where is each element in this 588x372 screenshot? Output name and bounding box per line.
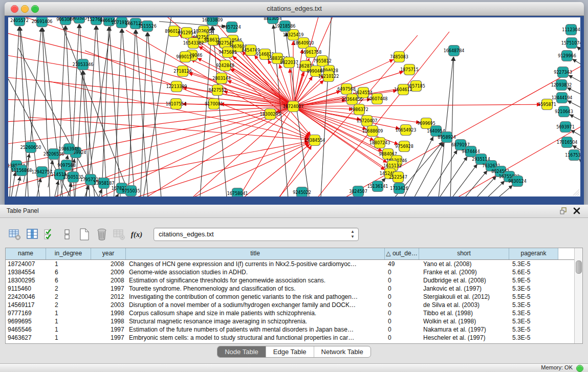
table-row[interactable]: 977716911998Corpus callosum shape and si… [6,309,582,317]
graph-edge[interactable] [461,170,487,196]
table-cell[interactable]: Embryonic stem cells: a model to study s… [126,334,385,342]
table-row[interactable]: 946362711997Embryonic stem cells: a mode… [6,334,582,342]
graph-node[interactable]: 15751074 [561,38,580,49]
graph-edge[interactable] [70,24,79,196]
graph-node[interactable]: 1112304 [562,25,580,35]
graph-node[interactable]: 9170081 [205,99,223,110]
column-header-in_degree[interactable]: in_degree [46,248,91,259]
graph-edge[interactable] [411,143,444,196]
graph-edge[interactable] [128,30,135,196]
table-cell[interactable]: Changes of HCN gene expression and I(f) … [126,260,385,268]
table-cell[interactable]: 1998 [91,317,126,325]
graph-node[interactable]: 15720407 [357,116,378,126]
graph-edge[interactable] [80,24,90,196]
table-cell[interactable]: 6 [46,276,91,285]
graph-edge[interactable] [320,17,332,196]
column-header-title[interactable]: title [126,248,385,259]
table-cell[interactable]: 5.3E-5 [509,317,558,325]
table-row[interactable]: 2242004622012Investigating the contribut… [6,293,582,301]
graph-edge[interactable] [492,185,513,196]
table-cell[interactable]: 19384554 [6,268,46,276]
float-panel-icon[interactable] [559,207,568,215]
table-cell[interactable]: 2003 [91,301,126,309]
table-cell[interactable]: Stergiakouli et al. (2012) [419,293,509,301]
graph-edge[interactable] [148,32,162,196]
graph-edge[interactable] [15,177,20,196]
table-cell[interactable]: 0 [385,317,419,325]
graph-edge[interactable] [182,106,293,196]
table-row[interactable]: 946554611997Estimation of the future num… [6,325,582,334]
graph-edge[interactable] [293,104,541,106]
graph-edge[interactable] [115,193,119,196]
graph-node[interactable]: 15136141 [367,181,388,192]
table-cell[interactable]: 2 [46,301,91,309]
table-cell[interactable]: 5.5E-5 [509,293,558,301]
clear-selection-icon[interactable] [59,227,75,242]
select-all-icon[interactable] [42,227,57,242]
table-cell[interactable]: 1 [46,309,91,317]
graph-edge[interactable] [579,159,580,170]
tab-edge-table[interactable]: Edge Table [266,346,314,357]
table-cell[interactable]: 2008 [91,276,126,285]
graph-node[interactable]: 21053346 [73,59,94,70]
table-cell[interactable]: 0 [385,268,419,276]
graph-edge[interactable] [11,172,15,196]
tab-network-table[interactable]: Network Table [314,346,371,357]
table-cell[interactable]: 1997 [91,325,126,334]
graph-node[interactable]: 25260650 [20,142,41,153]
table-cell[interactable]: 5.3E-5 [509,334,558,342]
table-cell[interactable]: 5.3E-5 [509,301,558,309]
graph-node[interactable]: 6497568 [337,84,356,95]
graph-edge[interactable] [98,189,102,196]
graph-edge[interactable] [191,59,293,106]
graph-node[interactable]: 9227343 [554,67,572,78]
table-cell[interactable]: 2009 [91,268,126,276]
table-cell[interactable]: Estimation of significance thresholds fo… [126,276,385,285]
table-cell[interactable]: 0 [385,309,419,317]
table-row[interactable]: 1456911722003Disruption of a novel membe… [6,301,582,309]
column-header-name[interactable]: name [6,248,46,259]
delete-table-icon[interactable] [112,227,127,242]
column-header-short[interactable]: short [419,248,509,259]
graph-node[interactable]: 12942757 [32,167,53,178]
table-cell[interactable]: Corpus callosum shape and size in male p… [126,309,385,317]
table-cell[interactable]: 1997 [91,285,126,293]
graph-node[interactable]: 10607448 [367,94,388,104]
table-cell[interactable]: Genome-wide association studies in ADHD. [126,268,385,276]
graph-edge[interactable] [126,142,309,196]
table-row[interactable]: 911546021997Tourette syndrome. Phenomeno… [6,285,582,293]
table-cell[interactable]: 2008 [91,260,126,268]
table-cell[interactable]: Wolkin et al. (1998) [419,317,509,325]
graph-edge[interactable] [136,30,148,196]
table-cell[interactable]: 5.3E-5 [509,285,558,293]
graph-node[interactable]: 1167533 [565,150,580,161]
graph-edge[interactable] [97,26,107,196]
table-cell[interactable]: 9699695 [6,317,46,325]
graph-node[interactable]: 16758041 [227,188,248,197]
table-cell[interactable]: 1 [46,260,91,268]
table-cell[interactable]: 5.3E-5 [509,309,558,317]
table-cell[interactable]: 0 [385,301,419,309]
table-cell[interactable]: 9115460 [6,285,46,293]
new-document-icon[interactable] [77,227,92,242]
table-cell[interactable]: de Silva et al. (2003) [419,301,509,309]
graph-node[interactable]: 7485083 [390,52,408,62]
table-cell[interactable]: 0 [385,285,419,293]
scrollbar-thumb[interactable] [576,260,582,274]
table-cell[interactable]: Nakamura et al. (1997) [419,325,509,334]
graph-edge[interactable] [182,143,309,196]
graph-node[interactable]: 16648784 [444,46,465,56]
graph-node[interactable]: 2405572 [10,17,29,26]
table-row[interactable]: 1830029562008Estimation of significance … [6,276,582,285]
table-cell[interactable]: 1 [46,325,91,334]
graph-node[interactable]: 7857224 [223,22,241,33]
column-header-year[interactable]: year [91,248,126,259]
table-cell[interactable]: 9465546 [6,325,46,334]
table-cell[interactable]: 1998 [91,309,126,317]
table-cell[interactable]: Jankovic et al. (1997) [419,285,509,293]
graph-node[interactable]: 16033809 [202,17,223,26]
table-cell[interactable]: 2 [46,293,91,301]
graph-node[interactable]: 10688609 [362,126,383,137]
table-cell[interactable]: 0 [385,293,419,301]
table-cell[interactable]: Investigating the contribution of common… [126,293,385,301]
